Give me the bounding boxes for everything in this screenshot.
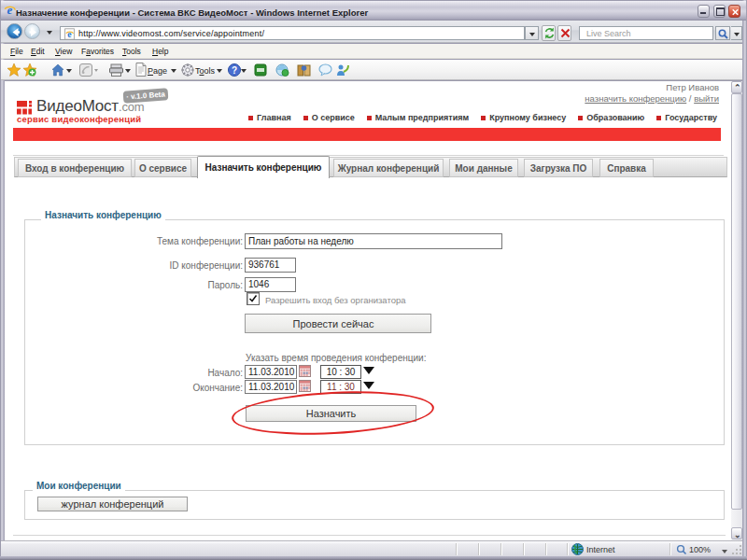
svg-text:e: e	[7, 4, 13, 17]
svg-text:e: e	[67, 29, 72, 39]
svg-text:?: ?	[232, 65, 237, 76]
